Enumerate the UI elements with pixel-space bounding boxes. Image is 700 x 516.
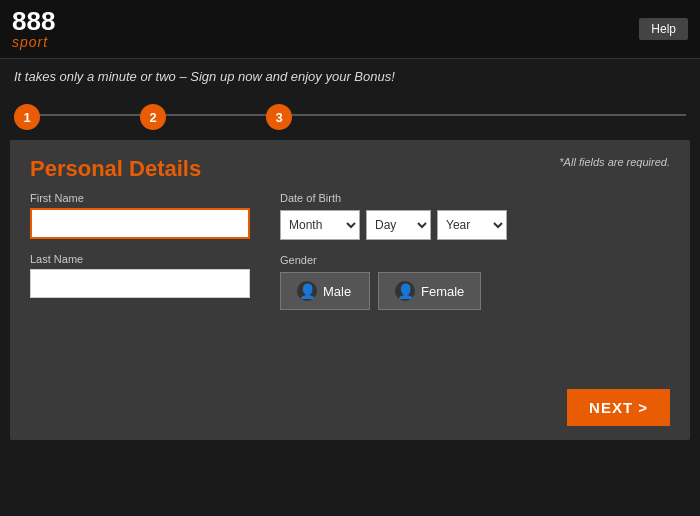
last-name-label: Last Name bbox=[30, 253, 250, 265]
first-name-input[interactable] bbox=[30, 208, 250, 239]
progress-bar: 1 2 3 bbox=[0, 94, 700, 136]
gender-label: Gender bbox=[280, 254, 670, 266]
year-select[interactable]: Year 200019991998 199719961995 199019851… bbox=[437, 210, 507, 240]
dob-label: Date of Birth bbox=[280, 192, 670, 204]
female-icon: 👤 bbox=[395, 281, 415, 301]
last-name-input[interactable] bbox=[30, 269, 250, 298]
form-container: Personal Details *All fields are require… bbox=[10, 140, 690, 440]
header: 888 sport Help bbox=[0, 0, 700, 59]
female-button[interactable]: 👤 Female bbox=[378, 272, 481, 310]
step-2: 2 bbox=[140, 104, 166, 130]
step-1: 1 bbox=[14, 104, 40, 130]
logo-sport: sport bbox=[12, 34, 48, 50]
dob-selects: Month JanFebMar AprMayJun JulAugSep OctN… bbox=[280, 210, 670, 240]
help-button[interactable]: Help bbox=[639, 18, 688, 40]
logo-888: 888 bbox=[12, 8, 55, 34]
form-columns: First Name Last Name Date of Birth Month… bbox=[30, 192, 670, 312]
required-note: *All fields are required. bbox=[559, 156, 670, 168]
progress-line bbox=[14, 114, 686, 116]
day-select[interactable]: Day 1234 5678 9101112 bbox=[366, 210, 431, 240]
right-column: Date of Birth Month JanFebMar AprMayJun … bbox=[280, 192, 670, 312]
male-icon: 👤 bbox=[297, 281, 317, 301]
male-button[interactable]: 👤 Male bbox=[280, 272, 370, 310]
gender-options: 👤 Male 👤 Female bbox=[280, 272, 670, 310]
left-column: First Name Last Name bbox=[30, 192, 250, 312]
next-button[interactable]: NEXT > bbox=[567, 389, 670, 426]
month-select[interactable]: Month JanFebMar AprMayJun JulAugSep OctN… bbox=[280, 210, 360, 240]
step-3: 3 bbox=[266, 104, 292, 130]
first-name-label: First Name bbox=[30, 192, 250, 204]
tagline: It takes only a minute or two – Sign up … bbox=[0, 59, 700, 94]
logo: 888 sport bbox=[12, 8, 55, 50]
